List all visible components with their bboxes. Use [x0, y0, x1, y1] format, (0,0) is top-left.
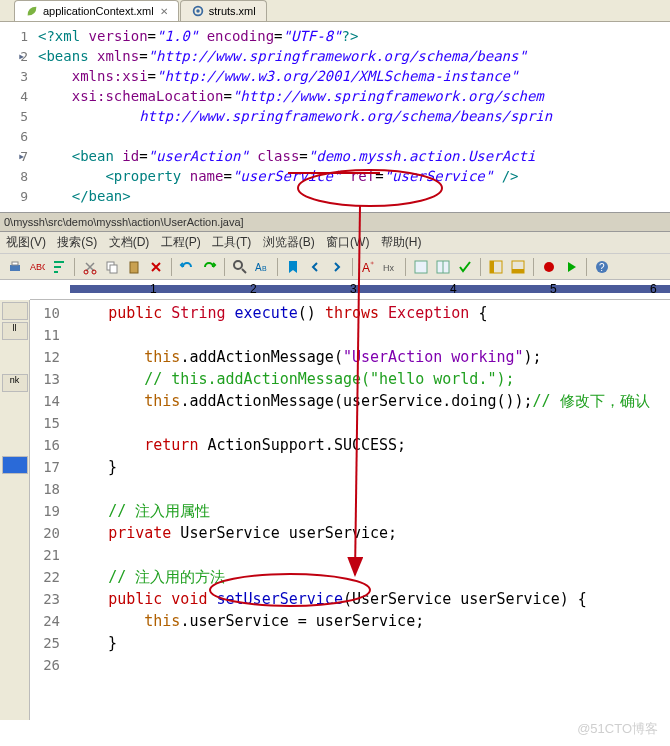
find-replace-icon[interactable]: AB	[254, 259, 270, 275]
line-number: 6	[0, 129, 38, 144]
toolbar-separator	[352, 258, 353, 276]
code-line: http://www.springframework.org/schema/be…	[38, 108, 552, 124]
menu-document[interactable]: 文档(D)	[109, 235, 150, 249]
menu-help[interactable]: 帮助(H)	[381, 235, 422, 249]
layout1-icon[interactable]	[413, 259, 429, 275]
print-icon[interactable]	[7, 259, 23, 275]
svg-rect-20	[490, 261, 494, 273]
menu-window[interactable]: 窗口(W)	[326, 235, 369, 249]
code-line: }	[72, 634, 117, 652]
code-line: this.userService = userService;	[72, 612, 424, 630]
svg-rect-8	[110, 265, 117, 273]
code-line: // this.addActionMessage("hello world.")…	[72, 370, 515, 388]
line-number: 20	[30, 525, 72, 541]
svg-point-1	[196, 9, 200, 13]
menu-browser[interactable]: 浏览器(B)	[263, 235, 315, 249]
hex-icon[interactable]: Hx	[382, 259, 398, 275]
code-line: </bean>	[38, 188, 131, 204]
code-line: // 注入用的方法	[72, 568, 225, 587]
toolbar: ABC AB A⁺ Hx ?	[0, 254, 670, 280]
menu-tools[interactable]: 工具(T)	[212, 235, 251, 249]
paste-icon[interactable]	[126, 259, 142, 275]
svg-text:?: ?	[599, 262, 605, 273]
line-number: 23	[30, 591, 72, 607]
side-item[interactable]: ll	[2, 322, 28, 340]
tab-application-context[interactable]: applicationContext.xml ✕	[14, 0, 179, 21]
xml-editor[interactable]: 1<?xml version="1.0" encoding="UTF-8"?> …	[0, 22, 670, 212]
watermark: @51CTO博客	[577, 720, 658, 738]
line-number: 21	[30, 547, 72, 563]
side-item[interactable]: nk	[2, 374, 28, 392]
undo-icon[interactable]	[179, 259, 195, 275]
code-line: this.addActionMessage("UserAction workin…	[72, 348, 542, 366]
code-line: <property name="userService" ref="userSe…	[38, 168, 519, 184]
fold-icon[interactable]: ▸	[18, 149, 25, 163]
delete-icon[interactable]	[148, 259, 164, 275]
code-line: <beans xmlns="http://www.springframework…	[38, 48, 527, 64]
record-icon[interactable]	[541, 259, 557, 275]
line-number: 25	[30, 635, 72, 651]
ruler-mark: 5	[550, 282, 557, 296]
code-line: public String execute() throws Exception…	[72, 304, 487, 322]
panel1-icon[interactable]	[488, 259, 504, 275]
line-number: 17	[30, 459, 72, 475]
editor-tab-bar: applicationContext.xml ✕ struts.xml	[0, 0, 670, 22]
ruler-mark: 6	[650, 282, 657, 296]
help-icon[interactable]: ?	[594, 259, 610, 275]
line-number: 22	[30, 569, 72, 585]
side-item-selected[interactable]	[2, 456, 28, 474]
check-icon[interactable]	[457, 259, 473, 275]
line-number: 19	[30, 503, 72, 519]
code-line: // 注入用属性	[72, 502, 210, 521]
close-icon[interactable]: ✕	[160, 6, 168, 17]
spellcheck-icon[interactable]: ABC	[29, 259, 45, 275]
tab-struts[interactable]: struts.xml	[180, 0, 267, 21]
toolbar-separator	[171, 258, 172, 276]
line-number: 9	[0, 189, 38, 204]
line-number: 14	[30, 393, 72, 409]
tab-label: struts.xml	[209, 5, 256, 17]
copy-icon[interactable]	[104, 259, 120, 275]
bookmark-icon[interactable]	[285, 259, 301, 275]
line-number: 24	[30, 613, 72, 629]
code-line: xsi:schemaLocation="http://www.springfra…	[38, 88, 544, 104]
code-line: xmlns:xsi="http://www.w3.org/2001/XMLSch…	[38, 68, 518, 84]
fold-icon[interactable]: ▸	[18, 49, 25, 63]
redo-icon[interactable]	[201, 259, 217, 275]
toolbar-separator	[277, 258, 278, 276]
nav-right-icon[interactable]	[329, 259, 345, 275]
svg-text:B: B	[262, 265, 267, 272]
svg-point-23	[544, 262, 554, 272]
svg-text:⁺: ⁺	[370, 260, 374, 269]
svg-rect-2	[10, 265, 20, 271]
nav-left-icon[interactable]	[307, 259, 323, 275]
svg-text:A: A	[362, 261, 370, 275]
menu-search[interactable]: 搜索(S)	[57, 235, 97, 249]
layout2-icon[interactable]	[435, 259, 451, 275]
font-increase-icon[interactable]: A⁺	[360, 259, 376, 275]
svg-text:A: A	[255, 262, 262, 273]
ruler-mark: 2	[250, 282, 257, 296]
menu-bar: 视图(V) 搜索(S) 文档(D) 工程(P) 工具(T) 浏览器(B) 窗口(…	[0, 232, 670, 254]
gear-icon	[191, 4, 205, 18]
search-icon[interactable]	[232, 259, 248, 275]
cut-icon[interactable]	[82, 259, 98, 275]
sort-icon[interactable]	[51, 259, 67, 275]
java-editor[interactable]: 10 public String execute() throws Except…	[30, 300, 670, 720]
play-icon[interactable]	[563, 259, 579, 275]
code-line: private UserService userService;	[72, 524, 397, 542]
panel2-icon[interactable]	[510, 259, 526, 275]
side-item[interactable]	[2, 302, 28, 320]
svg-text:ABC: ABC	[30, 262, 45, 272]
line-number: 5	[0, 109, 38, 124]
menu-view[interactable]: 视图(V)	[6, 235, 46, 249]
menu-project[interactable]: 工程(P)	[161, 235, 201, 249]
svg-rect-16	[415, 261, 427, 273]
line-number: 4	[0, 89, 38, 104]
line-number: 10	[30, 305, 72, 321]
svg-rect-3	[12, 262, 18, 265]
line-number: 8	[0, 169, 38, 184]
svg-text:Hx: Hx	[383, 263, 394, 273]
line-number: 26	[30, 657, 72, 673]
line-number: 15	[30, 415, 72, 431]
